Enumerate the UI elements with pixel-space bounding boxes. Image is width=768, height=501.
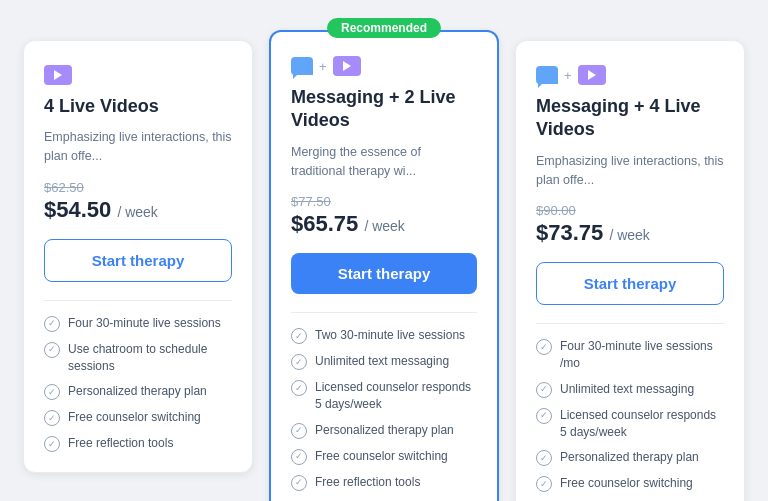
start-therapy-button[interactable]: Start therapy [291,253,477,294]
feature-item: Use chatroom to schedule sessions [44,341,232,375]
pricing-card-messaging-4-videos: + Messaging + 4 Live Videos Emphasizing … [515,40,745,501]
check-icon [291,449,307,465]
card-divider [536,323,724,324]
pricing-card-messaging-2-videos: Recommended + Messaging + 2 Live Videos … [269,30,499,501]
feature-item: Four 30-minute live sessions /mo [536,338,724,372]
check-icon [291,354,307,370]
check-icon [44,436,60,452]
feature-text: Licensed counselor responds 5 days/week [315,379,477,413]
feature-item: Free counselor switching [291,448,477,465]
feature-text: Free counselor switching [560,475,693,492]
feature-text: Use chatroom to schedule sessions [68,341,232,375]
pricing-card-four-videos: 4 Live Videos Emphasizing live interacti… [23,40,253,473]
feature-item: Unlimited text messaging [291,353,477,370]
check-icon [291,380,307,396]
check-icon [44,410,60,426]
start-therapy-button[interactable]: Start therapy [44,239,232,282]
feature-text: Four 30-minute live sessions /mo [560,338,724,372]
feature-item: Licensed counselor responds 5 days/week [536,407,724,441]
feature-item: Free counselor switching [44,409,232,426]
check-icon [536,382,552,398]
feature-text: Free counselor switching [315,448,448,465]
feature-text: Personalized therapy plan [68,383,207,400]
features-list: Four 30-minute live sessions /mo Unlimit… [536,338,724,501]
card-icon [44,65,232,85]
feature-item: Four 30-minute live sessions [44,315,232,332]
recommended-badge: Recommended [327,18,441,38]
feature-item: Personalized therapy plan [44,383,232,400]
old-price: $77.50 [291,194,477,209]
check-icon [536,408,552,424]
feature-item: Personalized therapy plan [291,422,477,439]
old-price: $62.50 [44,180,232,195]
feature-item: Free counselor switching [536,475,724,492]
feature-text: Four 30-minute live sessions [68,315,221,332]
old-price: $90.00 [536,203,724,218]
card-description: Emphasizing live interactions, this plan… [44,128,232,166]
feature-text: Two 30-minute live sessions [315,327,465,344]
feature-item: Free reflection tools [291,474,477,491]
feature-item: Licensed counselor responds 5 days/week [291,379,477,413]
check-icon [291,328,307,344]
features-list: Two 30-minute live sessions Unlimited te… [291,327,477,491]
video-icon [333,56,361,76]
new-price: $65.75 / week [291,211,477,237]
video-icon [44,65,72,85]
plus-sign: + [319,59,327,74]
card-icon: + [536,65,724,85]
check-icon [536,339,552,355]
check-icon [44,342,60,358]
feature-text: Free reflection tools [68,435,173,452]
feature-text: Free counselor switching [68,409,201,426]
feature-item: Unlimited text messaging [536,381,724,398]
card-title: Messaging + 4 Live Videos [536,95,724,142]
card-divider [291,312,477,313]
check-icon [291,475,307,491]
card-icon: + [291,56,477,76]
price-period: / week [364,218,404,234]
features-list: Four 30-minute live sessions Use chatroo… [44,315,232,453]
price-period: / week [117,204,157,220]
check-icon [536,476,552,492]
new-price: $73.75 / week [536,220,724,246]
check-icon [44,384,60,400]
chat-icon [536,66,558,84]
price-period: / week [609,227,649,243]
feature-text: Personalized therapy plan [560,449,699,466]
feature-text: Free reflection tools [315,474,420,491]
card-divider [44,300,232,301]
card-description: Merging the essence of traditional thera… [291,143,477,181]
chat-icon [291,57,313,75]
feature-item: Personalized therapy plan [536,449,724,466]
card-title: 4 Live Videos [44,95,232,118]
feature-text: Unlimited text messaging [315,353,449,370]
video-icon [578,65,606,85]
start-therapy-button[interactable]: Start therapy [536,262,724,305]
feature-item: Two 30-minute live sessions [291,327,477,344]
card-title: Messaging + 2 Live Videos [291,86,477,133]
feature-text: Unlimited text messaging [560,381,694,398]
feature-item: Free reflection tools [44,435,232,452]
card-description: Emphasizing live interactions, this plan… [536,152,724,190]
feature-text: Licensed counselor responds 5 days/week [560,407,724,441]
plus-sign: + [564,68,572,83]
check-icon [291,423,307,439]
new-price: $54.50 / week [44,197,232,223]
check-icon [44,316,60,332]
feature-text: Personalized therapy plan [315,422,454,439]
pricing-cards-container: 4 Live Videos Emphasizing live interacti… [20,40,748,501]
check-icon [536,450,552,466]
